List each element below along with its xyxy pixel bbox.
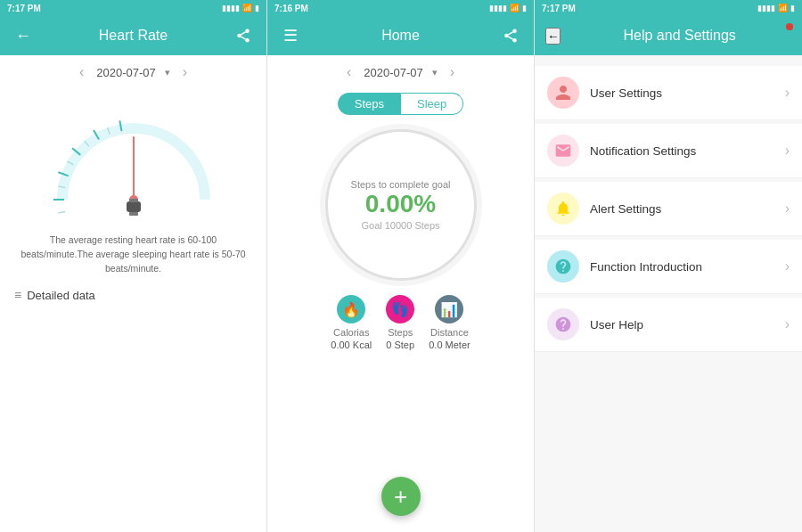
goal-percent: 0.00% <box>365 190 436 218</box>
user-settings-icon <box>547 77 579 109</box>
menu-button[interactable]: ☰ <box>278 23 303 48</box>
function-intro-label: Function Introduction <box>590 260 774 274</box>
svg-rect-24 <box>127 201 141 212</box>
wifi-icon: 📶 <box>778 4 788 12</box>
heart-prev-arrow[interactable]: ‹ <box>76 64 87 80</box>
svg-rect-25 <box>129 199 138 202</box>
alert-settings-icon <box>547 192 579 225</box>
heart-description: The average resting heart rate is 60-100… <box>0 226 266 275</box>
heart-date-nav: ‹ 2020-07-07 ▾ › <box>0 55 266 84</box>
alert-settings-chevron: › <box>785 201 790 217</box>
user-settings-chevron: › <box>785 85 790 101</box>
calories-value: 0.00 Kcal <box>331 340 372 350</box>
steps-stat: 👣 Steps 0 Step <box>386 295 414 350</box>
heart-status-bar: 7:17 PM ▮▮▮▮ 📶 ▮ <box>0 0 266 16</box>
calories-stat: 🔥 Calorias 0.00 Kcal <box>331 295 372 350</box>
home-status-bar: 7:16 PM ▮▮▮▮ 📶 ▮ <box>267 0 534 16</box>
gauge-svg <box>45 102 223 217</box>
notification-settings-icon <box>547 135 579 167</box>
heart-title: Heart Rate <box>43 28 224 44</box>
battery-icon: ▮ <box>790 4 795 12</box>
settings-list: User Settings › Notification Settings › … <box>535 55 802 363</box>
settings-status-icons: ▮▮▮▮ 📶 ▮ <box>757 4 795 12</box>
wifi-icon: 📶 <box>242 4 252 12</box>
alert-settings-label: Alert Settings <box>590 202 774 216</box>
heart-rate-panel: 7:17 PM ▮▮▮▮ 📶 ▮ ← Heart Rate ‹ 2020-07-… <box>0 0 267 532</box>
steps-value: 0 Step <box>386 340 414 350</box>
home-date-suffix: ▾ <box>432 67 438 78</box>
distance-stat: 📊 Distance 0.0 Meter <box>429 295 470 350</box>
svg-line-31 <box>508 32 512 35</box>
home-next-arrow[interactable]: › <box>446 64 458 80</box>
settings-top-bar: ← Help and Settings <box>535 16 802 55</box>
home-prev-arrow[interactable]: ‹ <box>343 64 355 80</box>
svg-point-0 <box>245 29 250 34</box>
settings-back-button[interactable]: ← <box>545 28 561 45</box>
svg-point-29 <box>512 38 517 43</box>
svg-rect-26 <box>129 212 138 216</box>
svg-point-2 <box>245 38 250 43</box>
calories-icon: 🔥 <box>337 295 365 323</box>
svg-point-1 <box>237 34 241 38</box>
stats-row: 🔥 Calorias 0.00 Kcal 👣 Steps 0 Step 📊 Di… <box>267 281 534 357</box>
home-time: 7:16 PM <box>274 4 308 13</box>
home-date-nav: ‹ 2020-07-07 ▾ › <box>267 55 534 84</box>
svg-line-4 <box>241 32 245 35</box>
signal-icon: ▮▮▮▮ <box>222 4 240 12</box>
svg-line-12 <box>58 212 65 213</box>
user-help-icon <box>547 308 579 340</box>
signal-icon: ▮▮▮▮ <box>489 4 507 12</box>
list-icon: ≡ <box>14 288 21 302</box>
distance-name: Distance <box>430 327 469 338</box>
share-button[interactable] <box>231 23 256 48</box>
user-help-item[interactable]: User Help › <box>535 298 802 352</box>
settings-panel: 7:17 PM ▮▮▮▮ 📶 ▮ ← Help and Settings Use… <box>535 0 802 532</box>
steps-sleep-tabs: Steps Sleep <box>267 84 534 122</box>
heart-gauge <box>0 84 266 226</box>
function-intro-chevron: › <box>785 258 790 274</box>
settings-time: 7:17 PM <box>542 4 576 13</box>
home-panel: 7:16 PM ▮▮▮▮ 📶 ▮ ☰ Home ‹ 2020-07-07 ▾ ›… <box>267 0 535 532</box>
settings-status-bar: 7:17 PM ▮▮▮▮ 📶 ▮ <box>535 0 802 16</box>
wifi-icon: 📶 <box>510 4 520 12</box>
user-settings-label: User Settings <box>590 86 774 100</box>
signal-icon: ▮▮▮▮ <box>757 4 775 12</box>
goal-circle: Steps to complete goal 0.00% Goal 10000 … <box>325 129 477 281</box>
heart-next-arrow[interactable]: › <box>179 64 191 80</box>
back-button[interactable]: ← <box>11 23 36 48</box>
home-top-bar: ☰ Home <box>267 16 534 55</box>
sleep-tab[interactable]: Sleep <box>401 93 463 115</box>
svg-line-30 <box>508 37 512 39</box>
alert-settings-item[interactable]: Alert Settings › <box>535 182 802 236</box>
settings-title: Help and Settings <box>568 28 791 44</box>
notification-settings-chevron: › <box>785 143 790 159</box>
function-intro-item[interactable]: Function Introduction › <box>535 240 802 294</box>
heart-date-suffix: ▾ <box>165 67 170 78</box>
notification-settings-label: Notification Settings <box>590 144 774 158</box>
user-help-chevron: › <box>785 316 790 332</box>
share-home-button[interactable] <box>498 23 523 48</box>
detailed-data-label: Detailed data <box>27 289 95 302</box>
heart-time: 7:17 PM <box>7 4 41 13</box>
svg-point-27 <box>512 29 517 34</box>
home-status-icons: ▮▮▮▮ 📶 ▮ <box>489 4 527 12</box>
user-help-label: User Help <box>590 318 774 331</box>
steps-icon: 👣 <box>386 295 414 323</box>
steps-name: Steps <box>388 327 413 338</box>
svg-point-28 <box>504 34 509 38</box>
heart-date: 2020-07-07 <box>96 66 156 79</box>
battery-icon: ▮ <box>255 4 259 12</box>
svg-line-3 <box>241 37 245 39</box>
goal-label: Steps to complete goal <box>351 179 451 190</box>
notification-dot <box>786 23 793 30</box>
steps-tab[interactable]: Steps <box>338 93 401 115</box>
calories-name: Calorias <box>333 327 369 338</box>
user-settings-item[interactable]: User Settings › <box>535 66 802 120</box>
battery-icon: ▮ <box>522 4 527 12</box>
fab-button[interactable]: + <box>381 477 421 516</box>
detailed-data-link[interactable]: ≡ Detailed data <box>0 275 266 302</box>
function-intro-icon <box>547 250 579 282</box>
heart-status-icons: ▮▮▮▮ 📶 ▮ <box>222 4 259 12</box>
notification-settings-item[interactable]: Notification Settings › <box>535 124 802 178</box>
heart-top-bar: ← Heart Rate <box>0 16 266 55</box>
